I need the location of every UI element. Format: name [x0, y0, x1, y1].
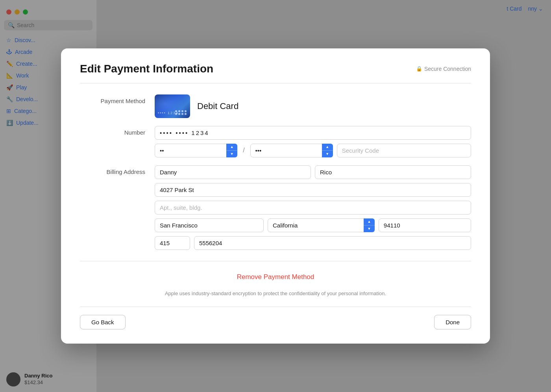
payment-method-display: •••• 1234 Debit Card	[155, 94, 471, 118]
expiry-security-row: ▲ ▼ / ▲ ▼	[155, 144, 471, 157]
year-down-button[interactable]: ▼	[322, 151, 333, 157]
month-down-button[interactable]: ▼	[226, 151, 237, 157]
expiry-month-input[interactable]	[155, 144, 237, 157]
expiry-month-wrapper: ▲ ▼	[155, 144, 237, 157]
done-button[interactable]: Done	[434, 315, 471, 329]
city-input[interactable]	[155, 218, 264, 232]
card-dots	[175, 110, 187, 115]
expiry-year-input[interactable]	[250, 144, 333, 157]
area-code-input[interactable]	[155, 236, 190, 250]
header-divider	[80, 83, 471, 83]
billing-address-label: Billing Address	[80, 165, 155, 175]
billing-address-content: California ▲ ▼	[155, 165, 471, 250]
lock-icon: 🔒	[416, 66, 422, 72]
billing-address-row: Billing Address California	[80, 165, 471, 250]
year-up-button[interactable]: ▲	[322, 144, 333, 151]
year-stepper-arrows: ▲ ▼	[322, 144, 333, 157]
street-input[interactable]	[155, 183, 471, 197]
disclaimer-text: Apple uses industry-standard encryption …	[80, 290, 471, 298]
name-row	[155, 165, 471, 179]
month-stepper-arrows: ▲ ▼	[226, 144, 237, 157]
modal-overlay: Edit Payment Information 🔒 Secure Connec…	[0, 0, 551, 392]
dialog-header: Edit Payment Information 🔒 Secure Connec…	[80, 63, 471, 75]
remove-payment-button[interactable]: Remove Payment Method	[80, 269, 471, 285]
bottom-divider	[80, 261, 471, 261]
last-name-input[interactable]	[315, 165, 471, 179]
footer-divider	[80, 307, 471, 307]
city-state-zip-row: California ▲ ▼	[155, 218, 471, 232]
secure-connection: 🔒 Secure Connection	[416, 66, 471, 72]
number-content: ▲ ▼ / ▲ ▼	[155, 126, 471, 157]
card-image: •••• 1234	[155, 94, 190, 118]
first-name-input[interactable]	[155, 165, 311, 179]
apt-input[interactable]	[155, 201, 471, 214]
state-select[interactable]: California	[268, 218, 375, 232]
edit-payment-dialog: Edit Payment Information 🔒 Secure Connec…	[61, 48, 490, 344]
zip-input[interactable]	[379, 218, 471, 232]
date-separator: /	[241, 147, 246, 154]
payment-type: Debit Card	[197, 101, 239, 111]
go-back-button[interactable]: Go Back	[80, 315, 126, 329]
phone-row	[155, 236, 471, 250]
month-up-button[interactable]: ▲	[226, 144, 237, 151]
phone-number-input[interactable]	[194, 236, 471, 250]
card-number-input[interactable]	[155, 126, 471, 140]
payment-method-row: Payment Method •••• 1234	[80, 94, 471, 118]
number-row: Number ▲ ▼ / ▲	[80, 126, 471, 157]
expiry-year-wrapper: ▲ ▼	[250, 144, 333, 157]
security-code-input[interactable]	[337, 144, 471, 157]
state-wrapper: California ▲ ▼	[268, 218, 375, 232]
payment-method-content: •••• 1234 Debit Card	[155, 94, 471, 118]
payment-method-label: Payment Method	[80, 94, 155, 104]
number-label: Number	[80, 126, 155, 136]
dialog-title: Edit Payment Information	[80, 63, 213, 75]
secure-label: Secure Connection	[424, 66, 471, 72]
footer-buttons: Go Back Done	[80, 315, 471, 329]
